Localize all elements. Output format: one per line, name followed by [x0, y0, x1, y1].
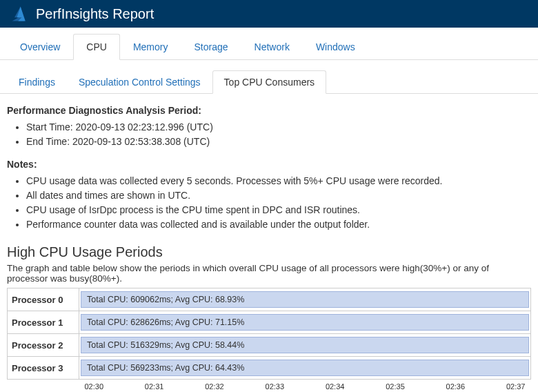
subtab-top-cpu[interactable]: Top CPU Consumers — [212, 70, 327, 94]
tab-network[interactable]: Network — [241, 34, 303, 60]
subtab-speculation[interactable]: Speculation Control Settings — [67, 70, 212, 94]
notes-heading: Notes: — [7, 159, 531, 170]
processor-label: Processor 0 — [8, 288, 79, 311]
axis-tick: 02:37 — [506, 382, 526, 391]
axis-tick: 02:33 — [266, 382, 285, 391]
axis-tick: 02:34 — [326, 382, 345, 391]
axis-tick: 02:32 — [205, 382, 224, 391]
end-time: End Time: 2020-09-13 02:53:38.308 (UTC) — [26, 135, 531, 149]
time-axis-ticks: 02:30 02:31 02:32 02:33 02:34 02:35 02:3… — [79, 380, 531, 391]
tab-memory[interactable]: Memory — [120, 34, 181, 60]
high-cpu-title: High CPU Usage Periods — [7, 244, 531, 260]
processor-row: Processor 1 Total CPU: 628626ms; Avg CPU… — [8, 311, 531, 334]
note-item: CPU usage data was collected every 5 sec… — [26, 174, 531, 188]
processor-row: Processor 0 Total CPU: 609062ms; Avg CPU… — [8, 288, 531, 311]
axis-tick: 02:35 — [386, 382, 405, 391]
subtab-findings[interactable]: Findings — [7, 70, 67, 94]
cpu-bar[interactable]: Total CPU: 628626ms; Avg CPU: 71.15% — [81, 314, 529, 331]
processor-row: Processor 3 Total CPU: 569233ms; Avg CPU… — [8, 357, 531, 380]
page-title: PerfInsights Report — [36, 6, 154, 22]
app-header: PerfInsights Report — [0, 0, 538, 28]
analysis-period-list: Start Time: 2020-09-13 02:23:12.996 (UTC… — [26, 120, 531, 149]
sub-tabs: Findings Speculation Control Settings To… — [0, 70, 538, 94]
processor-label: Processor 3 — [8, 357, 79, 380]
azure-logo-icon — [10, 4, 29, 23]
tab-overview[interactable]: Overview — [7, 34, 73, 60]
tab-content: Performance Diagnostics Analysis Period:… — [0, 94, 538, 392]
axis-tick: 02:30 — [85, 382, 104, 391]
tab-cpu[interactable]: CPU — [73, 34, 120, 60]
high-cpu-desc: The graph and table below show the perio… — [7, 263, 531, 284]
main-tabs: Overview CPU Memory Storage Network Wind… — [0, 33, 538, 60]
start-time: Start Time: 2020-09-13 02:23:12.996 (UTC… — [26, 120, 531, 135]
cpu-bar[interactable]: Total CPU: 609062ms; Avg CPU: 68.93% — [81, 291, 529, 308]
processor-label: Processor 2 — [8, 334, 79, 357]
notes-list: CPU usage data was collected every 5 sec… — [26, 174, 531, 232]
cpu-bar[interactable]: Total CPU: 516329ms; Avg CPU: 58.44% — [81, 337, 529, 353]
tab-windows[interactable]: Windows — [303, 34, 368, 60]
analysis-period-heading: Performance Diagnostics Analysis Period: — [7, 105, 531, 116]
cpu-usage-chart: Processor 0 Total CPU: 609062ms; Avg CPU… — [7, 288, 531, 392]
note-item: All dates and times are shown in UTC. — [26, 188, 531, 203]
axis-tick: 02:36 — [446, 382, 466, 391]
note-item: Performance counter data was collected a… — [26, 217, 531, 232]
processor-label: Processor 1 — [8, 311, 79, 334]
note-item: CPU usage of IsrDpc process is the CPU t… — [26, 203, 531, 217]
processor-row: Processor 2 Total CPU: 516329ms; Avg CPU… — [8, 334, 531, 357]
tab-storage[interactable]: Storage — [181, 34, 241, 60]
cpu-bar[interactable]: Total CPU: 569233ms; Avg CPU: 64.43% — [81, 360, 529, 376]
time-axis-row: 02:30 02:31 02:32 02:33 02:34 02:35 02:3… — [8, 380, 531, 393]
axis-tick: 02:31 — [145, 382, 164, 391]
